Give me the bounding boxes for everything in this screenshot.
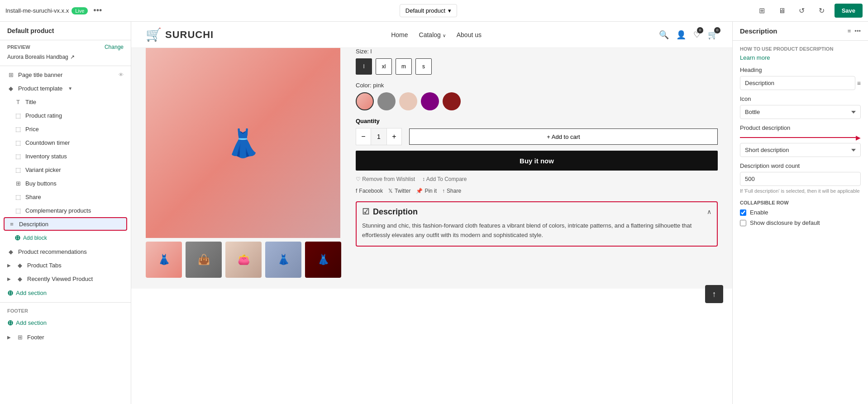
sidebar-item-label: Buy buttons: [25, 180, 57, 187]
plus-icon: ⊕: [7, 318, 13, 327]
qty-minus[interactable]: −: [356, 128, 371, 145]
product-image-placeholder: 👗: [146, 48, 340, 238]
thumb-1[interactable]: 👗: [146, 242, 182, 278]
sidebar-item-price[interactable]: ⬚ Price: [0, 122, 131, 136]
add-to-cart-button[interactable]: + Add to cart: [409, 128, 718, 145]
sidebar-item-inventory-status[interactable]: ⬚ Inventory status: [0, 149, 131, 163]
sidebar-item-buy-buttons[interactable]: ⊞ Buy buttons: [0, 176, 131, 190]
sidebar-item-product-tabs[interactable]: ▶ ◆ Product Tabs: [0, 258, 131, 272]
size-s[interactable]: s: [415, 58, 432, 75]
more-options-button[interactable]: •••: [93, 6, 102, 15]
redo-icon[interactable]: ↻: [815, 4, 829, 18]
sidebar-item-label: Inventory status: [25, 153, 67, 160]
wishlist-row: ♡ Remove from Wishlist ↕ Add To Compare: [356, 176, 718, 182]
save-button[interactable]: Save: [835, 4, 863, 18]
sidebar-item-footer[interactable]: ▶ ⊞ Footer: [0, 330, 131, 344]
share-icon: ↑: [442, 188, 445, 194]
sidebar-item-share[interactable]: ⬚ Share: [0, 190, 131, 204]
size-m[interactable]: m: [396, 58, 412, 75]
thumb-4[interactable]: 👗: [265, 242, 301, 278]
sidebar-item-description[interactable]: ≡ Description: [4, 217, 127, 231]
share-pinterest[interactable]: 📌 Pin it: [416, 188, 437, 194]
heading-input[interactable]: [740, 76, 855, 90]
enable-label: Enable: [750, 209, 768, 216]
swatch-purple[interactable]: [421, 92, 439, 110]
description-header: ☑ Description ∧: [357, 202, 717, 221]
external-link-icon[interactable]: ↗: [70, 54, 75, 60]
swatch-pink[interactable]: [356, 92, 374, 110]
sidebar-item-product-recommendations[interactable]: ◆ Product recommendations: [0, 245, 131, 258]
account-icon[interactable]: 👤: [676, 30, 686, 40]
remove-wishlist[interactable]: ♡ Remove from Wishlist: [356, 176, 415, 182]
preview-label: PREVIEW: [7, 44, 30, 50]
list-icon: ≡: [8, 220, 15, 228]
thumb-3[interactable]: 👛: [225, 242, 262, 278]
checkbox-checked-icon[interactable]: ☑: [362, 207, 369, 217]
tab-item[interactable]: Install-me-suruchi-vx.x.x Live: [5, 7, 88, 14]
dashed-square-icon: ⬚: [14, 152, 22, 160]
swatch-red[interactable]: [443, 92, 461, 110]
store-nav: Home Catalog ∨ About us: [391, 31, 482, 38]
qty-plus[interactable]: +: [387, 128, 401, 145]
add-section-button[interactable]: ⊕ Add section: [0, 285, 131, 300]
arrows-icon: ↕: [422, 176, 425, 182]
panel-more-icon[interactable]: •••: [854, 28, 861, 34]
heading-label: Heading: [740, 67, 861, 73]
nav-about[interactable]: About us: [457, 31, 482, 38]
learn-more-link[interactable]: Learn more: [740, 54, 770, 61]
search-icon[interactable]: 🔍: [659, 30, 669, 40]
undo-icon[interactable]: ↺: [795, 4, 809, 18]
grid-icon: ⊞: [16, 333, 24, 341]
sidebar-item-title[interactable]: T Title: [0, 95, 131, 109]
color-swatches: [356, 92, 718, 110]
sidebar: Default product PREVIEW Change Aurora Bo…: [0, 22, 131, 404]
footer-add-section-button[interactable]: ⊕ Add section: [0, 315, 131, 330]
buy-now-button[interactable]: Buy it now: [356, 151, 718, 171]
logo-text: SURUCHI: [165, 29, 214, 41]
thumb-5[interactable]: 👗: [305, 242, 341, 278]
enable-row: Enable: [740, 209, 861, 216]
sidebar-item-product-rating[interactable]: ⬚ Product rating: [0, 109, 131, 122]
sidebar-item-recently-viewed[interactable]: ▶ ◆ Recently Viewed Product: [0, 272, 131, 285]
share-facebook[interactable]: f Facebook: [356, 188, 383, 194]
scroll-to-top-button[interactable]: ↑: [705, 285, 723, 303]
add-block-button[interactable]: ⊕ Add block: [0, 231, 131, 245]
swatch-gray[interactable]: [377, 92, 396, 110]
layers-icon[interactable]: ≡: [848, 28, 851, 34]
sidebar-item-variant-picker[interactable]: ⬚ Variant picker: [0, 163, 131, 176]
sidebar-item-label: Product recommendations: [18, 248, 87, 255]
size-l[interactable]: l: [356, 58, 372, 75]
desktop-icon[interactable]: 🖥: [775, 4, 789, 18]
word-count-hint: If 'Full description' is selected, then …: [740, 188, 861, 195]
grid-view-icon[interactable]: ⊞: [755, 4, 769, 18]
sidebar-item-complementary-products[interactable]: ⬚ Complementary products: [0, 204, 131, 217]
add-compare[interactable]: ↕ Add To Compare: [422, 176, 467, 182]
enable-checkbox[interactable]: [740, 209, 746, 216]
swatch-peach[interactable]: [399, 92, 417, 110]
product-dropdown[interactable]: Default product ▾: [400, 4, 457, 17]
nav-home[interactable]: Home: [391, 31, 408, 38]
disclosure-row: Show disclosure by default: [740, 219, 861, 226]
logo-cart-icon: 🛒: [146, 27, 162, 42]
sidebar-item-countdown-timer[interactable]: ⬚ Countdown timer: [0, 136, 131, 149]
sidebar-item-product-template[interactable]: ◆ Product template ▼: [0, 81, 131, 95]
icon-select[interactable]: Bottle None Box Tag Star: [740, 105, 861, 119]
nav-catalog[interactable]: Catalog ∨: [419, 31, 446, 38]
how-to-section: HOW TO USE PRODUCT DESCRIPTION Learn mor…: [733, 41, 868, 235]
disclosure-label: Show disclosure by default: [750, 219, 820, 226]
dashed-square-icon: ⬚: [14, 139, 22, 146]
change-link[interactable]: Change: [105, 44, 124, 50]
sidebar-item-page-title-banner[interactable]: ⊞ Page title banner 👁: [0, 68, 131, 81]
word-count-input[interactable]: [740, 172, 861, 186]
preview-row: PREVIEW Change: [0, 40, 131, 54]
share-twitter[interactable]: 𝕏 Twitter: [388, 188, 410, 194]
collapse-icon[interactable]: ∧: [707, 208, 711, 215]
share-general[interactable]: ↑ Share: [442, 188, 461, 194]
size-xl[interactable]: xl: [376, 58, 392, 75]
disclosure-checkbox[interactable]: [740, 220, 746, 226]
right-panel: Description ≡ ••• HOW TO USE PRODUCT DES…: [732, 22, 868, 404]
sidebar-item-label: Complementary products: [25, 207, 91, 214]
product-desc-select[interactable]: Short description Full description: [740, 143, 861, 157]
topbar-center: Default product ▾: [107, 4, 749, 17]
thumb-2[interactable]: 👜: [186, 242, 222, 278]
